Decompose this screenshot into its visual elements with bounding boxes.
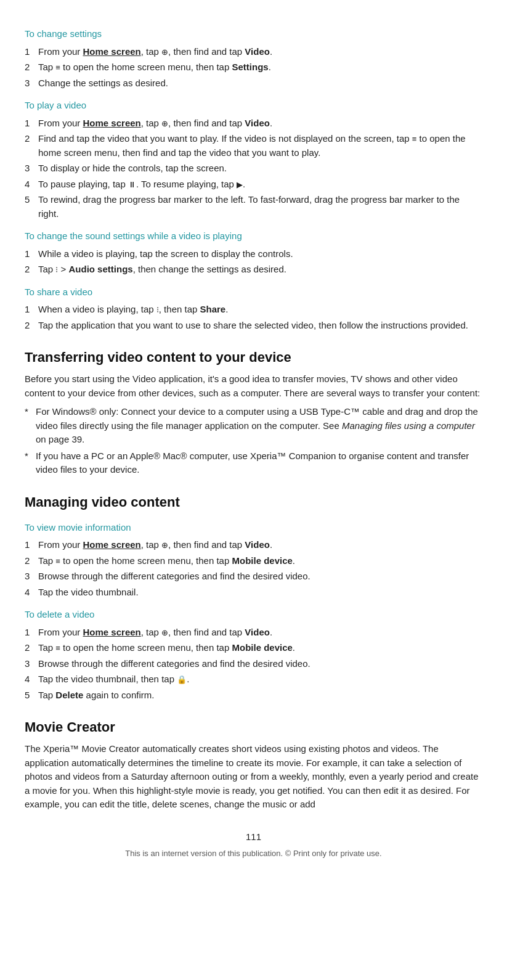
- list-item: 3Change the settings as desired.: [25, 76, 482, 91]
- menu-icon: ≡: [55, 62, 60, 74]
- transferring-body: Before you start using the Video applica…: [25, 372, 482, 400]
- list-item: *For Windows® only: Connect your device …: [25, 405, 482, 447]
- steps-share-video: 1When a video is playing, tap ⁝, then ta…: [25, 303, 482, 332]
- list-item: 3Browse through the different categories…: [25, 657, 482, 671]
- list-item: 1From your Home screen, tap ⊕, then find…: [25, 45, 482, 59]
- heading-change-settings: To change settings: [25, 27, 482, 41]
- title-transferring: Transferring video content to your devic…: [25, 347, 482, 367]
- heading-play-video: To play a video: [25, 99, 482, 113]
- list-item: 1From your Home screen, tap ⊕, then find…: [25, 116, 482, 131]
- list-item: 2Tap ≡ to open the home screen menu, the…: [25, 641, 482, 655]
- section-managing: Managing video content To view movie inf…: [25, 492, 482, 703]
- heading-delete-video: To delete a video: [25, 608, 482, 622]
- apps-icon: ⊕: [161, 539, 168, 552]
- page-number: 111: [25, 830, 482, 844]
- steps-sound-settings: 1While a video is playing, tap the scree…: [25, 247, 482, 277]
- heading-sound-settings: To change the sound settings while a vid…: [25, 229, 482, 243]
- list-item: 4Tap the video thumbnail.: [25, 586, 482, 600]
- title-movie-creator: Movie Creator: [25, 717, 482, 737]
- apps-icon: ⊕: [161, 627, 168, 639]
- pause-icon: ⏸: [128, 179, 136, 191]
- list-item: 4Tap the video thumbnail, then tap 🔒.: [25, 672, 482, 687]
- play-icon: ▶: [237, 179, 243, 191]
- list-item: 5Tap Delete again to confirm.: [25, 688, 482, 703]
- list-item: 2Find and tap the video that you want to…: [25, 132, 482, 160]
- menu-icon: ≡: [55, 642, 60, 655]
- heading-view-movie: To view movie information: [25, 521, 482, 535]
- transferring-bullets: *For Windows® only: Connect your device …: [25, 405, 482, 477]
- more-icon: ⁝: [156, 304, 159, 316]
- title-managing: Managing video content: [25, 492, 482, 512]
- list-item: 1While a video is playing, tap the scree…: [25, 247, 482, 261]
- section-share-video: To share a video 1When a video is playin…: [25, 285, 482, 333]
- section-movie-creator: Movie Creator The Xperia™ Movie Creator …: [25, 717, 482, 812]
- list-item: 2Tap ≡ to open the home screen menu, the…: [25, 554, 482, 568]
- menu-icon: ≡: [412, 133, 417, 145]
- list-item: 2Tap the application that you want to us…: [25, 319, 482, 333]
- heading-share-video: To share a video: [25, 285, 482, 300]
- footer-text: This is an internet version of this publ…: [25, 847, 482, 860]
- movie-creator-body: The Xperia™ Movie Creator automatically …: [25, 742, 482, 812]
- steps-play-video: 1From your Home screen, tap ⊕, then find…: [25, 116, 482, 221]
- page-content: To change settings 1From your Home scree…: [25, 27, 482, 860]
- list-item: 3To display or hide the controls, tap th…: [25, 161, 482, 176]
- steps-view-movie: 1From your Home screen, tap ⊕, then find…: [25, 538, 482, 599]
- apps-icon: ⊕: [161, 46, 168, 59]
- list-item: 2Tap ≡ to open the home screen menu, the…: [25, 60, 482, 75]
- list-item: 1From your Home screen, tap ⊕, then find…: [25, 626, 482, 640]
- list-item: 1From your Home screen, tap ⊕, then find…: [25, 538, 482, 552]
- subsection-view-movie: To view movie information 1From your Hom…: [25, 521, 482, 600]
- steps-change-settings: 1From your Home screen, tap ⊕, then find…: [25, 45, 482, 91]
- steps-delete-video: 1From your Home screen, tap ⊕, then find…: [25, 626, 482, 703]
- section-transferring: Transferring video content to your devic…: [25, 347, 482, 477]
- list-item: 4To pause playing, tap ⏸. To resume play…: [25, 178, 482, 192]
- subsection-delete-video: To delete a video 1From your Home screen…: [25, 608, 482, 702]
- menu-icon: ≡: [55, 555, 60, 568]
- section-change-settings: To change settings 1From your Home scree…: [25, 27, 482, 90]
- list-item: *If you have a PC or an Apple® Mac® comp…: [25, 449, 482, 477]
- section-sound-settings: To change the sound settings while a vid…: [25, 229, 482, 277]
- list-item: 1When a video is playing, tap ⁝, then ta…: [25, 303, 482, 317]
- list-item: 3Browse through the different categories…: [25, 570, 482, 584]
- apps-icon: ⊕: [161, 118, 168, 130]
- more-icon: ⁝: [55, 264, 58, 276]
- lock-icon: 🔒: [177, 674, 187, 686]
- section-play-video: To play a video 1From your Home screen, …: [25, 99, 482, 221]
- list-item: 5To rewind, drag the progress bar marker…: [25, 193, 482, 221]
- list-item: 2Tap ⁝ > Audio settings, then change the…: [25, 263, 482, 277]
